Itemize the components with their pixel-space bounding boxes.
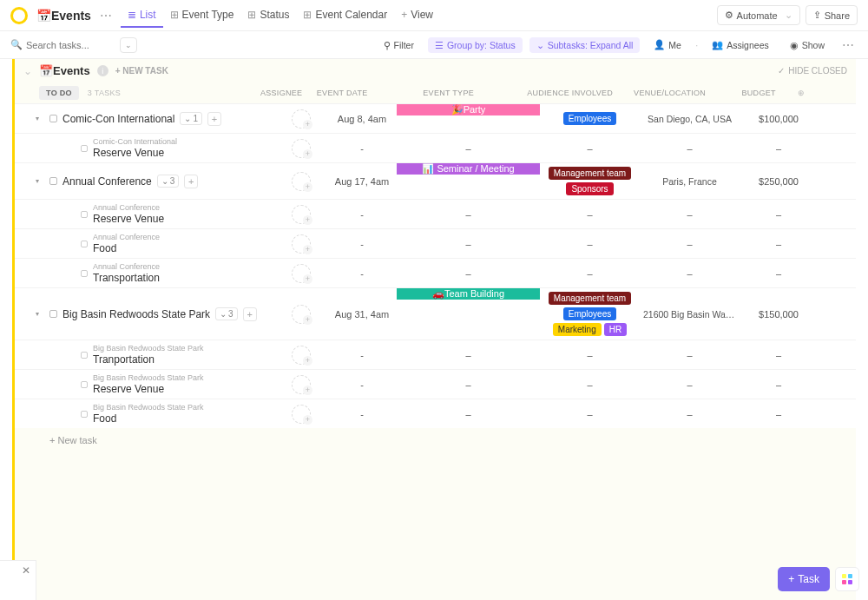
- date-cell[interactable]: Aug 8, 4am: [327, 114, 397, 124]
- col-aud[interactable]: AUDIENCE INVOLVED: [520, 89, 620, 97]
- add-subtask-button[interactable]: +: [243, 307, 257, 321]
- budget-cell[interactable]: –: [740, 143, 818, 154]
- date-cell[interactable]: -: [327, 379, 397, 390]
- audience-cell[interactable]: –: [540, 379, 640, 390]
- budget-cell[interactable]: –: [740, 379, 818, 390]
- view-tab-view[interactable]: +View: [394, 3, 440, 28]
- event-type-cell[interactable]: –: [397, 350, 540, 360]
- add-subtask-button[interactable]: +: [184, 175, 198, 188]
- info-icon[interactable]: i: [97, 65, 108, 76]
- col-budget[interactable]: BUDGET: [720, 89, 798, 97]
- status-square[interactable]: [81, 352, 88, 359]
- show-button[interactable]: ◉Show: [783, 37, 832, 53]
- budget-cell[interactable]: $100,000: [740, 114, 818, 124]
- list-title[interactable]: 📅Events: [36, 9, 91, 23]
- subtask-row[interactable]: Annual Conference Reserve Venue - – – – …: [15, 199, 856, 228]
- subtask-row[interactable]: Big Basin Redwoods State Park Tranportat…: [15, 340, 856, 369]
- create-task-button[interactable]: +Task: [778, 567, 830, 591]
- location-cell[interactable]: 21600 Big Basin Way, …: [640, 309, 740, 320]
- task-row[interactable]: ▾ Big Basin Redwoods State Park ⌄3 + Aug…: [15, 287, 856, 340]
- col-loc[interactable]: VENUE/LOCATION: [620, 89, 720, 97]
- event-type-cell[interactable]: 🚗Team Building: [397, 288, 540, 300]
- status-square[interactable]: [81, 241, 88, 247]
- event-type-cell[interactable]: –: [397, 143, 540, 154]
- automate-button[interactable]: ⚙Automate⌄: [717, 5, 800, 25]
- subtask-row[interactable]: Big Basin Redwoods State Park Reserve Ve…: [15, 369, 856, 399]
- audience-cell[interactable]: –: [540, 409, 640, 419]
- subtask-count[interactable]: ⌄1: [180, 112, 202, 125]
- audience-cell[interactable]: –: [540, 209, 640, 220]
- task-name[interactable]: Comic-Con International: [62, 113, 174, 125]
- subtasks-button[interactable]: ⌄Subtasks: Expand All: [529, 37, 641, 53]
- assignee-cell[interactable]: [275, 234, 327, 254]
- subtask-name[interactable]: Reserve Venue: [93, 383, 204, 395]
- location-cell[interactable]: –: [640, 350, 740, 360]
- location-cell[interactable]: –: [640, 268, 740, 279]
- event-type-cell[interactable]: –: [397, 209, 540, 220]
- date-cell[interactable]: -: [327, 350, 397, 360]
- add-subtask-button[interactable]: +: [207, 112, 221, 126]
- more-options-icon[interactable]: ⋯: [96, 9, 115, 23]
- budget-cell[interactable]: –: [740, 239, 818, 249]
- date-cell[interactable]: -: [327, 209, 397, 220]
- audience-tag[interactable]: Employees: [563, 112, 616, 125]
- assignee-cell[interactable]: [275, 109, 327, 129]
- date-cell[interactable]: -: [327, 143, 397, 154]
- event-type-cell[interactable]: –: [397, 239, 540, 249]
- expand-icon[interactable]: ▾: [36, 177, 44, 185]
- budget-cell[interactable]: $150,000: [740, 309, 818, 320]
- audience-tag[interactable]: HR: [604, 323, 627, 336]
- date-cell[interactable]: Aug 31, 4am: [327, 309, 397, 320]
- location-cell[interactable]: –: [640, 409, 740, 419]
- filter-button[interactable]: ⚲Filter: [377, 37, 421, 53]
- task-row[interactable]: ▾ Annual Conference ⌄3 + Aug 17, 4am 📊 S…: [15, 162, 856, 199]
- search-box[interactable]: 🔍: [10, 39, 113, 50]
- audience-cell[interactable]: –: [540, 143, 640, 154]
- subtask-name[interactable]: Transportation: [93, 272, 160, 284]
- subtask-name[interactable]: Reserve Venue: [93, 213, 164, 225]
- view-tab-event-calendar[interactable]: ⊞Event Calendar: [296, 3, 394, 28]
- status-square[interactable]: [81, 270, 88, 277]
- subtask-name[interactable]: Tranportation: [93, 353, 204, 366]
- view-tab-list[interactable]: ≣List: [121, 3, 163, 28]
- audience-cell[interactable]: –: [540, 350, 640, 360]
- assignee-cell[interactable]: [275, 172, 327, 191]
- search-dropdown[interactable]: ⌄: [120, 37, 137, 53]
- assignee-cell[interactable]: [275, 375, 327, 394]
- audience-cell[interactable]: Management teamEmployeesMarketingHR: [540, 288, 640, 340]
- subtask-name[interactable]: Reserve Venue: [93, 147, 177, 159]
- location-cell[interactable]: –: [640, 379, 740, 390]
- status-square[interactable]: [49, 310, 57, 318]
- event-type-cell[interactable]: –: [397, 409, 540, 419]
- subtask-count[interactable]: ⌄3: [157, 175, 180, 188]
- audience-tag[interactable]: Sponsors: [566, 182, 613, 195]
- location-cell[interactable]: San Diego, CA, USA: [640, 114, 740, 124]
- list-name[interactable]: 📅Events: [39, 64, 90, 77]
- status-square[interactable]: [81, 211, 88, 218]
- status-square[interactable]: [81, 145, 88, 152]
- subtask-name[interactable]: Food: [93, 242, 160, 254]
- search-input[interactable]: [26, 40, 113, 50]
- new-task-header[interactable]: + NEW TASK: [115, 66, 168, 76]
- task-row[interactable]: ▾ Comic-Con International ⌄1 + Aug 8, 4a…: [15, 103, 856, 133]
- assignee-cell[interactable]: [275, 405, 327, 424]
- share-button[interactable]: ⇪Share: [806, 5, 858, 25]
- budget-cell[interactable]: –: [740, 209, 818, 220]
- audience-tag[interactable]: Management team: [549, 292, 631, 305]
- budget-cell[interactable]: $250,000: [740, 176, 818, 187]
- group-by-button[interactable]: ☰Group by: Status: [428, 37, 523, 53]
- subtask-name[interactable]: Food: [93, 412, 204, 425]
- assignee-cell[interactable]: [275, 346, 327, 365]
- subtask-count[interactable]: ⌄3: [215, 307, 238, 320]
- budget-cell[interactable]: –: [740, 268, 818, 279]
- status-square[interactable]: [81, 381, 88, 388]
- budget-cell[interactable]: –: [740, 350, 818, 360]
- date-cell[interactable]: -: [327, 409, 397, 419]
- col-assignee[interactable]: ASSIGNEE: [255, 89, 307, 97]
- collapse-icon[interactable]: ⌄: [23, 65, 32, 77]
- status-square[interactable]: [49, 115, 57, 122]
- expand-icon[interactable]: ▾: [36, 115, 44, 122]
- col-date[interactable]: EVENT DATE: [307, 89, 377, 97]
- location-cell[interactable]: Paris, France: [640, 176, 740, 187]
- subtask-row[interactable]: Big Basin Redwoods State Park Food - – –…: [15, 399, 856, 428]
